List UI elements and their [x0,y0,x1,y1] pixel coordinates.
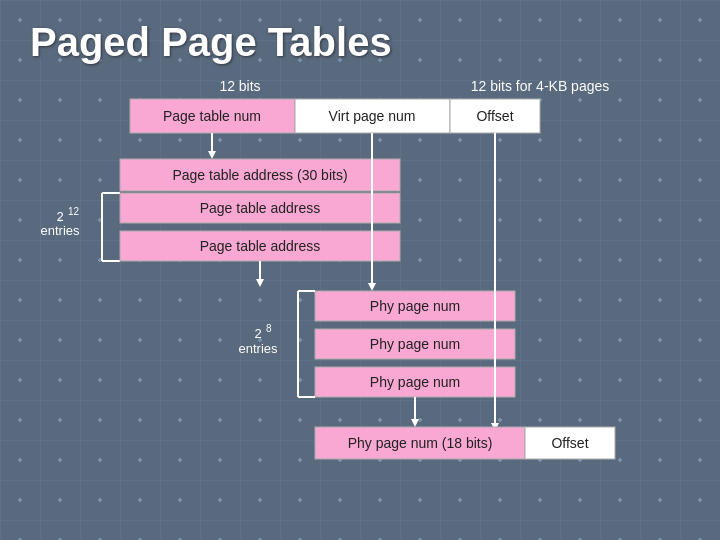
entries-label-2-sup: 8 [266,323,272,334]
page-title: Paged Page Tables [30,20,690,65]
arrow-1-head [208,151,216,159]
phy-page-num-label-3: Phy page num [370,374,460,390]
page-table-num-label: Page table num [163,108,261,124]
bits-right-label: 12 bits for 4-KB pages [471,78,610,94]
bits-left-label: 12 bits [219,78,260,94]
page-table-addr-label-2: Page table address [200,238,321,254]
main-content: Paged Page Tables 12 bits 12 bits for 4-… [0,0,720,533]
entries-label-2: 2 [254,326,261,341]
entries-label-1-sup: 12 [68,206,80,217]
page-table-addr-30-label: Page table address (30 bits) [172,167,347,183]
arrow-3-head [368,283,376,291]
offset-bottom-label: Offset [551,435,588,451]
virt-page-num-label: Virt page num [329,108,416,124]
entries-label-2-sub: entries [238,341,278,356]
phy-page-num-label-1: Phy page num [370,298,460,314]
offset-top-label: Offset [476,108,513,124]
phy-page-num-18-label: Phy page num (18 bits) [348,435,493,451]
phy-page-num-label-2: Phy page num [370,336,460,352]
entries-label-1: 2 [56,209,63,224]
arrow-4-head [411,419,419,427]
entries-label-1-sub: entries [40,223,80,238]
arrow-2-head [256,279,264,287]
page-table-addr-label-1: Page table address [200,200,321,216]
diagram-svg: 12 bits 12 bits for 4-KB pages Page tabl… [30,73,720,513]
